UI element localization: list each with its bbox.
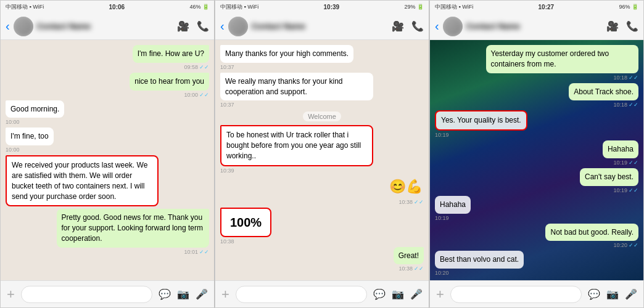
message-meta: 10:20✓✓ [613,242,638,248]
contact-name: Contact Name [466,22,603,31]
camera-icon[interactable]: 📷 [177,288,189,300]
message-checkmarks: ✓✓ [629,160,638,166]
back-button[interactable]: ‹ [6,19,10,33]
mic-icon[interactable]: 🎤 [196,288,208,300]
chat-messages-area: I'm fine. How are U?09:58✓✓nice to hear … [1,40,214,280]
message-time: 10:19 [613,160,627,166]
contact-name: Contact Name [37,22,173,31]
camera-icon[interactable]: 📷 [606,288,619,300]
message-row: I'm fine, too10:00 [6,128,209,153]
message-bubble: To be honest with Ur track roller that i… [220,125,373,166]
avatar [443,17,463,36]
contact-name: Contact Name [252,22,388,31]
message-meta: 10:01✓✓ [184,249,209,255]
message-meta: 10:19✓✓ [613,160,638,166]
status-bar: 中国移动 ▪ WiFi 10:06 46% 🔋 [1,1,214,13]
video-call-icon[interactable]: 🎥 [177,20,189,32]
message-time: 10:19 [435,215,449,221]
chat-input-bar: + 💬 📷 🎤 [215,280,429,307]
message-checkmarks: ✓✓ [414,199,424,205]
message-bubble: We really many thanks for your kind coop… [220,73,373,101]
message-meta: 10:19 [435,215,449,221]
status-bar: 中国移动 ▪ WiFi 10:39 29% 🔋 [215,1,429,13]
plus-icon[interactable]: + [436,286,444,302]
message-bubble: nice to hear from you [130,73,209,91]
message-time: 10:01 [184,249,198,255]
carrier-signal: 中国移动 ▪ WiFi [6,3,44,11]
phone-panel-3: 中国移动 ▪ WiFi 10:27 96% 🔋 ‹ Contact Name 🎥… [429,0,644,308]
message-bubble: Hahaha [435,196,471,214]
message-time: 10:38 [220,238,234,245]
status-bar: 中国移动 ▪ WiFi 10:27 96% 🔋 [430,1,643,13]
chat-input-bar: + 💬 📷 🎤 [1,280,214,307]
chat-header: ‹ Contact Name 🎥 📞 [215,13,429,40]
message-checkmarks: ✓✓ [199,92,209,98]
message-bubble: Best than volvo and cat. [435,251,524,269]
plus-icon[interactable]: + [7,286,15,302]
video-call-icon[interactable]: 🎥 [606,20,619,32]
camera-icon[interactable]: 📷 [392,288,404,300]
phone-call-icon[interactable]: 📞 [411,20,424,32]
message-time: 10:18 [613,75,627,81]
chat-center-label: Welcome [303,111,341,121]
message-bubble: 100% [220,208,271,237]
phone-call-icon[interactable]: 📞 [197,20,209,32]
message-checkmarks: ✓✓ [629,75,638,81]
message-bubble: I'm fine. How are U? [133,45,209,63]
chat-messages-area: Many thanks for your high comments.10:37… [215,40,429,280]
message-bubble: I'm fine, too [6,128,54,145]
message-meta: 09:58✓✓ [184,64,209,70]
status-time: 10:27 [539,4,555,10]
mic-icon[interactable]: 🎤 [410,288,423,300]
message-bubble: About Track shoe. [569,83,638,101]
message-time: 10:37 [220,64,234,70]
message-bubble: Yes. Your quality is best. [435,110,527,131]
phone-call-icon[interactable]: 📞 [626,20,638,32]
message-bubble: Yesterday my customer ordered two contai… [486,45,639,73]
message-bubble: Great! [394,247,424,265]
bubble-icon[interactable]: 💬 [373,288,386,300]
message-row: Pretty good. Good news for me. Thank you… [6,209,209,254]
avatar [14,17,33,36]
message-time: 10:38 [398,265,413,272]
message-row: Best than volvo and cat.10:20 [435,251,638,276]
back-button[interactable]: ‹ [435,19,439,33]
message-time: 09:58 [184,64,198,70]
message-input-box[interactable] [236,286,367,303]
battery-status: 29% 🔋 [404,4,424,10]
back-button[interactable]: ‹ [220,19,225,33]
message-checkmarks: ✓✓ [629,102,638,108]
message-time: 10:00 [6,119,20,125]
message-row: Good morning.10:00 [6,100,209,126]
mic-icon[interactable]: 🎤 [625,288,637,300]
message-time: 10:00 [184,92,198,98]
avatar [228,17,248,36]
plus-icon[interactable]: + [221,286,229,302]
message-time: 10:18 [613,102,627,108]
message-checkmarks: ✓✓ [629,187,638,193]
message-meta: 10:19✓✓ [613,187,638,193]
message-bubble: Hahaha [603,140,638,158]
message-checkmarks: ✓✓ [199,249,209,255]
message-checkmarks: ✓✓ [199,64,209,70]
message-row: Many thanks for your high comments.10:37 [220,45,424,70]
bubble-icon[interactable]: 💬 [159,288,171,300]
message-bubble: Not bad but good. Really. [545,224,638,241]
message-meta: 10:20 [435,270,449,276]
bubble-icon[interactable]: 💬 [588,288,600,300]
message-meta: 10:38✓✓ [398,199,424,205]
message-meta: 10:00✓✓ [184,92,209,98]
video-call-icon[interactable]: 🎥 [392,20,404,32]
message-row: Hahaha10:19 [435,196,638,221]
phone-panel-2: 中国移动 ▪ WiFi 10:39 29% 🔋 ‹ Contact Name 🎥… [215,0,429,308]
message-input-box[interactable] [450,286,582,303]
chat-messages-area: Yesterday my customer ordered two contai… [430,40,643,280]
message-row: nice to hear from you10:00✓✓ [6,73,209,98]
chat-header: ‹ Contact Name 🎥 📞 [1,13,214,40]
message-checkmarks: ✓✓ [414,265,424,272]
message-row: Yesterday my customer ordered two contai… [435,45,638,81]
message-time: 10:00 [6,147,20,153]
message-bubble: Can't say best. [580,168,638,186]
message-bubble: 😊💪 [603,278,638,280]
message-input-box[interactable] [21,286,152,303]
